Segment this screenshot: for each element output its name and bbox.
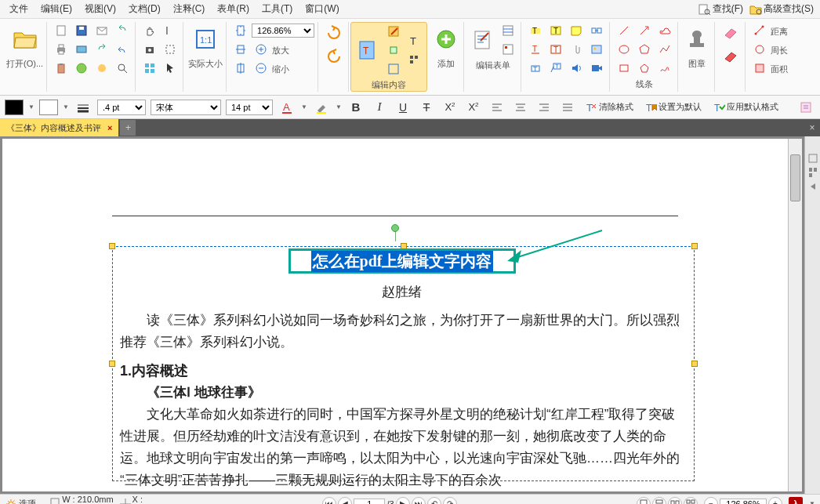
crop-tool[interactable]: [161, 41, 180, 58]
menu-file[interactable]: 文件: [3, 1, 34, 17]
underline-tool[interactable]: T: [526, 41, 545, 58]
font-size-combo[interactable]: 14 pt: [226, 100, 273, 115]
zoom-in-button[interactable]: [252, 41, 270, 58]
resize-handle-rm[interactable]: [691, 361, 698, 367]
print-button[interactable]: [52, 41, 71, 58]
eraser-red[interactable]: [720, 45, 742, 67]
fit-visible-button[interactable]: [231, 60, 250, 77]
fill-color-swatch[interactable]: [5, 100, 24, 115]
tool-a[interactable]: [93, 60, 111, 77]
callout-tool[interactable]: T: [546, 60, 565, 77]
format-tool-misc[interactable]: [796, 99, 815, 116]
link-tool[interactable]: [587, 22, 606, 39]
clear-format-button[interactable]: T清除格式: [582, 101, 637, 114]
prev-page-button[interactable]: ◀: [338, 497, 352, 505]
edit-image-button[interactable]: [384, 23, 403, 40]
arrow-tool[interactable]: [635, 22, 654, 39]
menu-table[interactable]: 表单(R): [211, 1, 256, 17]
grid-tool[interactable]: [140, 60, 159, 77]
apply-default-button[interactable]: T应用默认格式: [709, 101, 782, 114]
save-button[interactable]: [72, 22, 91, 39]
edit-content-button[interactable]: T: [354, 33, 383, 67]
line-weight-combo[interactable]: .4 pt: [97, 100, 146, 115]
rotate-ccw-button[interactable]: [323, 45, 345, 67]
layout-cont-facing-button[interactable]: [684, 497, 698, 505]
rotate-cw-button[interactable]: [323, 22, 345, 44]
layout-facing-button[interactable]: [668, 497, 682, 505]
new-button[interactable]: [52, 22, 71, 39]
form-b[interactable]: [499, 41, 517, 58]
typewriter-tool[interactable]: T: [526, 60, 545, 77]
next-page-button[interactable]: ▶: [396, 497, 410, 505]
polyline-tool[interactable]: [655, 41, 674, 58]
scrollbar-thumb[interactable]: [790, 154, 800, 201]
menu-edit[interactable]: 编辑(E): [34, 1, 78, 17]
bold-button[interactable]: B: [347, 99, 365, 116]
scan-button[interactable]: [72, 41, 91, 58]
stroke-dd-icon[interactable]: ▼: [63, 103, 69, 111]
nav-fwd-button[interactable]: ↷: [443, 497, 457, 505]
options-button[interactable]: 选项...: [5, 498, 43, 505]
highlight-color-button[interactable]: [312, 99, 331, 116]
hl-dd[interactable]: ▼: [336, 103, 342, 111]
resize-handle-tr[interactable]: [691, 243, 698, 249]
add-button[interactable]: [432, 22, 460, 56]
oval-tool[interactable]: [615, 41, 633, 58]
highlight-tool[interactable]: T: [526, 22, 545, 39]
align-right-button[interactable]: [535, 99, 553, 116]
nav-back-button[interactable]: ↶: [427, 497, 441, 505]
hand-tool[interactable]: [140, 22, 159, 39]
polygon-tool[interactable]: [635, 41, 654, 58]
pentagon-tool[interactable]: [635, 60, 654, 77]
zoom-out-status-button[interactable]: −: [704, 497, 718, 505]
rect-tool[interactable]: [615, 60, 633, 77]
fit-width-button[interactable]: [231, 41, 250, 58]
zoom-status-input[interactable]: [720, 499, 767, 505]
menu-tool[interactable]: 工具(T): [256, 1, 299, 17]
sidepane-thumbnails-icon[interactable]: [807, 166, 819, 179]
superscript-button[interactable]: X2: [441, 99, 459, 116]
vertical-scrollbar[interactable]: [788, 139, 802, 491]
italic-button[interactable]: I: [370, 99, 389, 116]
attach-tool[interactable]: [567, 41, 586, 58]
first-page-button[interactable]: ⏮: [322, 497, 336, 505]
undo2-button[interactable]: [113, 41, 132, 58]
eraser-pink[interactable]: [720, 22, 742, 44]
close-tab-icon[interactable]: ×: [104, 123, 112, 132]
stamp-button[interactable]: [683, 22, 711, 56]
layout-cont-button[interactable]: [652, 497, 666, 505]
pointer-tool[interactable]: [161, 60, 180, 77]
video-tool[interactable]: [587, 60, 606, 77]
zoom-out-button[interactable]: [252, 60, 270, 77]
resize-handle-lm[interactable]: [109, 361, 115, 367]
sidepane-bookmarks-icon[interactable]: [807, 152, 819, 165]
page-input[interactable]: [354, 499, 385, 505]
edit-misc-button[interactable]: [405, 51, 423, 68]
edit-object-button[interactable]: [384, 60, 403, 78]
perimeter-tool[interactable]: [750, 41, 769, 58]
area-tool[interactable]: [750, 60, 769, 77]
sound-tool[interactable]: [567, 60, 586, 77]
document-tab[interactable]: 《三体》内容概述及书评 ×: [0, 119, 118, 136]
edit-shape-button[interactable]: [384, 42, 403, 59]
set-default-button[interactable]: T设置为默认: [641, 101, 705, 114]
edit-text-button[interactable]: T: [405, 32, 423, 49]
edit-form-button[interactable]: [469, 23, 497, 57]
menu-comment[interactable]: 注释(C): [167, 1, 212, 17]
snapshot-tool[interactable]: [140, 41, 159, 58]
fc-dd[interactable]: ▼: [301, 103, 307, 111]
status-dd-icon[interactable]: ▼: [809, 500, 815, 504]
adv-find-button[interactable]: 高级查找(S): [746, 1, 817, 17]
zoom-combo[interactable]: 126.86%: [252, 24, 314, 38]
font-family-combo[interactable]: 宋体: [151, 100, 221, 115]
page-canvas[interactable]: 怎么在pdf上编辑文字内容 赵胜绪 读《三体》系列科幻小说如同一场奇妙科幻之旅，…: [2, 139, 788, 491]
underline-button[interactable]: U: [394, 99, 412, 116]
new-tab-button[interactable]: +: [120, 120, 136, 136]
fill-dd-icon[interactable]: ▼: [28, 103, 34, 111]
resize-handle-tl[interactable]: [109, 243, 115, 249]
textbox-tool[interactable]: T: [546, 22, 565, 39]
line-tool[interactable]: [615, 22, 633, 39]
redo-button[interactable]: [93, 41, 111, 58]
image-tool[interactable]: [587, 41, 606, 58]
freehand-tool[interactable]: [655, 60, 674, 77]
